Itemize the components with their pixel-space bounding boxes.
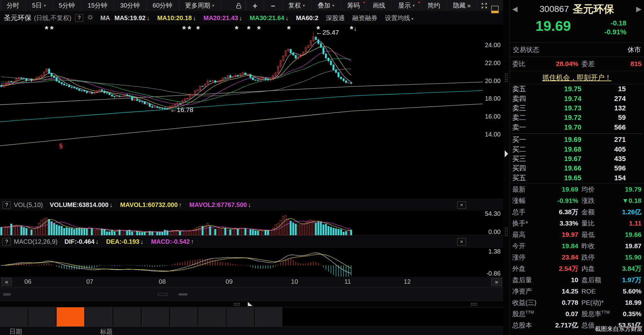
notification-dot-icon: ● <box>363 0 365 4</box>
tab-yanjiubaogao[interactable] <box>113 307 141 327</box>
weibi-label: 委比 <box>512 59 539 68</box>
indicator-value: MAVOL1:60732.000↑ <box>120 201 182 209</box>
stat-row: 外盘 2.54万 内盘 3.84万 <box>510 263 644 274</box>
period-30min[interactable]: 30分钟 <box>114 0 146 11</box>
ind-more[interactable] <box>158 293 167 296</box>
stat-row: 涨幅 -0.91% 涨跌 ▼0.18 <box>510 195 644 206</box>
volume-bar-chart[interactable]: 54.300.00 <box>0 211 503 235</box>
collapse-panel-chevron-icon[interactable] <box>505 150 508 157</box>
svg-text:*: * <box>50 25 53 34</box>
trend-arrow-icon: ↓ <box>147 14 150 21</box>
month-label: 07 <box>86 278 93 285</box>
date-column-header: 日期 <box>9 327 22 335</box>
simple-mode-button[interactable]: 简约 <box>421 0 447 11</box>
macd-chart[interactable]: 1.38-0.86 <box>0 248 503 277</box>
tab-wendongmi[interactable] <box>170 307 197 327</box>
orderbook-row: 买四 19.66 596 <box>510 164 644 173</box>
period-5d[interactable]: 5日 ▾ <box>26 0 53 11</box>
month-label: 09 <box>226 278 233 285</box>
help-icon[interactable]: ? <box>3 201 11 209</box>
zoom-out-button[interactable]: － <box>264 0 282 11</box>
stock-header: ◀ 300867 圣元环保 ▶ <box>510 0 644 18</box>
promo-row: 抓住机会，即刻开户！ <box>510 71 644 84</box>
period-5min[interactable]: 5分钟 <box>53 0 81 11</box>
open-account-link[interactable]: 抓住机会，即刻开户！ <box>542 73 612 82</box>
buy-levels: 买一 19.69 271 买二 19.68 405 买三 19.67 435 买… <box>510 135 644 183</box>
hide-button[interactable]: 隐藏 » <box>447 0 477 11</box>
help-icon[interactable]: ? <box>75 14 83 22</box>
close-icon[interactable]: × <box>457 238 466 246</box>
chevron-down-icon: ▾ <box>303 3 305 8</box>
period-15min[interactable]: 15分钟 <box>81 0 114 11</box>
weicha-value: 815 <box>613 60 641 68</box>
ma-settings-link[interactable]: 设置均线▾ <box>385 14 414 22</box>
fullscreen-icon[interactable] <box>477 0 492 11</box>
orderbook-row: 卖五 19.75 15 <box>510 84 644 94</box>
trade-status-value: 休市 <box>628 45 641 54</box>
tab-guanlian[interactable] <box>198 307 226 327</box>
month-label: 11 <box>344 278 351 285</box>
tab-guba[interactable] <box>0 307 28 327</box>
chart-links: 深股通 融资融券 设置均线▾ <box>326 14 421 22</box>
tab-zixun[interactable] <box>57 307 84 327</box>
trade-status-row: 交易状态 休市 <box>510 42 644 57</box>
indicator-value: DIF:-0.464↓ <box>64 238 99 245</box>
gear-icon[interactable] <box>86 14 94 23</box>
svg-text:1.38: 1.38 <box>488 248 501 255</box>
display-button[interactable]: 显示 ▾ ● <box>392 0 421 11</box>
fuquan-button[interactable]: 复权 ▾ <box>282 0 312 11</box>
collapse-handle[interactable] <box>248 302 253 306</box>
chart-legend-bar: 圣元环保 (日线,不复权) ? MA MA5:19.92↓ MA10:20.18… <box>0 11 503 25</box>
lock-icon[interactable] <box>231 0 246 11</box>
macd-indicator-name[interactable]: MACD(12,26,9) <box>14 238 58 245</box>
sell-levels: 卖五 19.75 15 卖四 19.74 274 卖三 19.73 132 卖二… <box>510 84 644 132</box>
indicator-menu[interactable] <box>3 293 11 296</box>
chevron-down-icon: ▾ <box>44 3 46 8</box>
indicator-value: MA5:19.92↓ <box>114 14 150 22</box>
svg-text:0.00: 0.00 <box>488 228 501 235</box>
scroll-right-button[interactable]: » <box>491 278 502 286</box>
trend-arrow-icon: ↓ <box>96 238 99 245</box>
volume-indicator-name[interactable]: VOL(5,10) <box>14 201 43 209</box>
shengutong-link[interactable]: 深股通 <box>326 14 345 22</box>
help-icon[interactable]: ? <box>3 238 11 246</box>
title-column-header: 标题 <box>100 327 113 335</box>
period-60min[interactable]: 60分钟 <box>146 0 179 11</box>
drag-handle[interactable] <box>233 303 240 306</box>
price-candlestick-chart[interactable]: ←25.47←16.78***********↓§24.0022.0020.00… <box>0 25 503 199</box>
next-stock-icon[interactable]: ▶ <box>636 5 641 13</box>
stat-row: 净资产 14.25 ROE 5.60% <box>510 286 644 297</box>
tab-hexinticai[interactable] <box>226 307 254 327</box>
resize-strip <box>0 301 503 307</box>
svg-text:*: * <box>188 25 191 34</box>
overlay-button[interactable]: 叠加 ▾ <box>312 0 341 11</box>
chevron-down-icon: ▾ <box>413 3 415 8</box>
orderbook-divider <box>512 133 642 134</box>
month-label: 12 <box>404 278 411 285</box>
period-fenshi[interactable]: 分时 <box>0 0 26 11</box>
draw-line-button[interactable]: 画线 <box>366 0 392 11</box>
volume-values: VOLUME:63814.000↓ MAVOL1:60732.000↑ MAVO… <box>50 201 258 209</box>
stock-name: 圣元环保 <box>573 2 614 16</box>
tab-monijiaoyi[interactable] <box>255 307 282 327</box>
ind-template[interactable] <box>179 293 187 295</box>
panel-divider <box>503 0 509 335</box>
chouma-button[interactable]: 筹码 ● <box>341 0 366 11</box>
drag-handle[interactable] <box>470 303 477 306</box>
ma-group-label[interactable]: MA <box>100 14 110 22</box>
prev-stock-icon[interactable]: ◀ <box>512 5 518 13</box>
tab-dashi[interactable] <box>28 307 56 327</box>
popout-panel-icon[interactable] <box>491 6 499 13</box>
close-icon[interactable]: × <box>457 201 466 209</box>
tab-gonggao[interactable] <box>85 307 113 327</box>
drag-handle[interactable] <box>505 73 508 82</box>
drag-handle[interactable] <box>505 227 508 236</box>
rongzirongquan-link[interactable]: 融资融券 <box>352 14 377 22</box>
orderbook-row: 买三 19.67 435 <box>510 154 644 164</box>
bottom-tab-bar <box>0 307 503 327</box>
indicator-value: MA20:21.43↓ <box>203 14 242 22</box>
zoom-in-button[interactable]: ＋ <box>246 0 264 11</box>
scroll-left-button[interactable]: « <box>1 278 12 286</box>
tab-bankuai[interactable] <box>142 307 169 327</box>
period-more[interactable]: 更多周期 ▾ <box>179 0 221 11</box>
